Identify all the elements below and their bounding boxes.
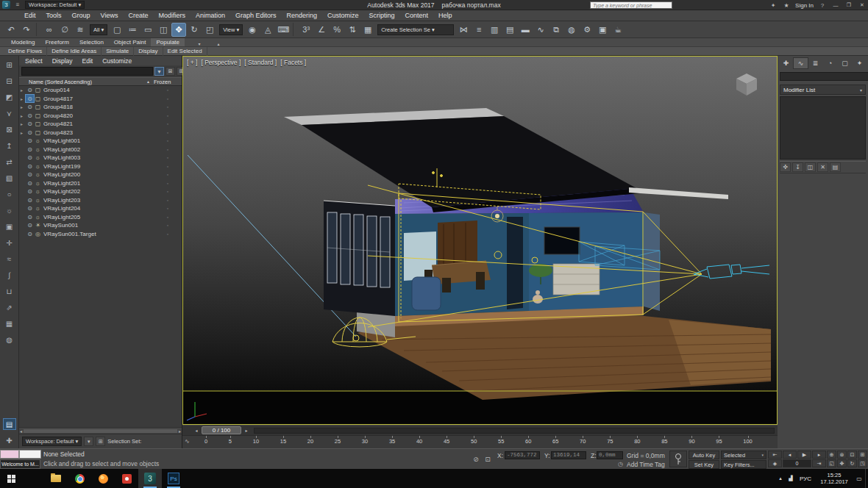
explorer-lock-editing-icon[interactable]: ⊠	[4, 124, 15, 134]
zoom-all-icon[interactable]: ⊛	[837, 451, 847, 459]
frozen-column-header[interactable]: Frozen	[154, 79, 182, 85]
viewport-label-segment[interactable]: [ + ]	[187, 59, 197, 66]
select-and-manipulate-icon[interactable]: ◬	[260, 23, 275, 37]
object-name[interactable]: Group4818	[42, 104, 154, 110]
keyboard-shortcut-override-icon[interactable]: ⌨	[276, 23, 291, 37]
show-end-result-icon[interactable]: ↧	[792, 162, 803, 172]
perspective-viewport[interactable]: [ + ][ Perspective ][ Standard ][ Facets…	[182, 56, 778, 425]
object-name[interactable]: Group014	[42, 87, 154, 93]
chrome-button[interactable]	[68, 469, 91, 488]
named-sets-icon[interactable]: ⊞	[96, 437, 105, 446]
toggle-layer-explorer-icon[interactable]: ▤	[502, 23, 517, 37]
key-filters-button[interactable]: Key Filters...	[721, 460, 766, 469]
frozen-toggle-icon[interactable]: ◦	[154, 96, 182, 101]
select-and-move-icon[interactable]: ✥	[171, 23, 186, 37]
list-item[interactable]: ⊙ ☼ VRayLight199 ◦	[19, 162, 182, 171]
x-coordinate-field[interactable]: -7563,772	[505, 451, 540, 459]
selection-set-dropdown[interactable]: Selected▾	[721, 451, 766, 459]
display-spacewarps-icon[interactable]: ≈	[4, 254, 15, 264]
menu-item[interactable]: Help	[433, 12, 458, 19]
frozen-toggle-icon[interactable]: ◦	[154, 198, 182, 203]
list-item[interactable]: ⊙ ☼ VRayLight203 ◦	[19, 196, 182, 205]
menu-item[interactable]: Tools	[41, 12, 67, 19]
align-icon[interactable]: ≡	[472, 23, 486, 37]
utilities-tab-icon[interactable]: ✦	[853, 58, 867, 68]
rectangular-selection-region-icon[interactable]: ▭	[140, 23, 155, 37]
list-item[interactable]: ⊙ ☼ VRayLight201 ◦	[19, 179, 182, 188]
object-name[interactable]: VRayLight203	[42, 197, 154, 204]
ribbon-options-icon[interactable]: ▾	[195, 41, 204, 46]
visibility-eye-icon[interactable]: ⊙	[26, 179, 34, 187]
go-to-end-icon[interactable]: ⇥	[812, 459, 826, 467]
search-input[interactable]	[590, 1, 672, 9]
frozen-toggle-icon[interactable]: ◦	[154, 206, 182, 211]
communication-center-icon[interactable]: ✦	[769, 2, 778, 9]
zoom-extents-icon[interactable]: ⊡	[847, 451, 857, 459]
menu-item[interactable]: Scripting	[364, 12, 400, 19]
unlink-selection-icon[interactable]: ∅	[57, 23, 72, 37]
frozen-toggle-icon[interactable]: ◦	[154, 189, 182, 194]
scroll-left-icon[interactable]: ◂	[20, 428, 22, 434]
menu-item[interactable]: Group	[67, 12, 96, 19]
visibility-eye-icon[interactable]: ⊙	[26, 95, 34, 102]
pin-stack-icon[interactable]: ✜	[780, 162, 791, 172]
selection-lock-icon[interactable]: ⊡	[483, 454, 493, 464]
explorer-select-invert-icon[interactable]: ◩	[4, 92, 15, 102]
list-item[interactable]: ⊙ ☼ VRayLight200 ◦	[19, 171, 182, 179]
expand-arrow-icon[interactable]: ▸	[19, 104, 26, 110]
list-item[interactable]: ▸ ⊙ ▢ Group4820 ◦	[19, 112, 182, 121]
visibility-eye-icon[interactable]: ⊙	[26, 112, 34, 119]
viewport-label-segment[interactable]: [ Perspective ]	[201, 59, 241, 66]
select-object-icon[interactable]: ▢	[110, 23, 124, 37]
toggle-ribbon-icon[interactable]: ▬	[518, 23, 533, 37]
list-item[interactable]: ⊙ ☀ VRaySun001 ◦	[19, 221, 182, 230]
select-and-rotate-icon[interactable]: ↻	[187, 23, 202, 37]
list-item[interactable]: ⊙ ☼ VRayLight003 ◦	[19, 154, 182, 162]
list-item[interactable]: ▸ ⊙ ▢ Group014 ◦	[19, 86, 182, 95]
ribbon-tool-button[interactable]: Define Flows	[4, 47, 47, 56]
ribbon-tab[interactable]: Modeling	[6, 38, 40, 46]
add-time-tag-button[interactable]: Add Time Tag	[627, 461, 665, 468]
ribbon-tool-button[interactable]: Edit Selected	[163, 47, 207, 56]
object-name[interactable]: VRayLight200	[42, 171, 154, 178]
display-containers-icon[interactable]: ⊔	[4, 286, 15, 296]
bind-to-space-warp-icon[interactable]: ≋	[73, 23, 88, 37]
zoom-region-icon[interactable]: ◱	[827, 459, 836, 467]
track-bar[interactable]: ∿ 05101520253035404550556065707580859095…	[182, 435, 778, 448]
undo-icon[interactable]: ↶	[4, 23, 18, 37]
object-name[interactable]: Group4823	[42, 129, 154, 136]
photoshop-button[interactable]: Ps	[162, 469, 185, 488]
frozen-toggle-icon[interactable]: ◦	[154, 113, 182, 118]
set-key-button[interactable]: Set Key	[689, 460, 719, 469]
object-name-field[interactable]	[780, 72, 868, 81]
viewport-3d-scene[interactable]	[183, 57, 777, 424]
visibility-eye-icon[interactable]: ⊙	[26, 222, 34, 229]
menu-item[interactable]: Graph Editors	[230, 12, 282, 19]
ribbon-collapse-icon[interactable]: ▴	[214, 41, 223, 46]
ribbon-tab[interactable]: Selection	[74, 38, 109, 46]
rendered-frame-icon[interactable]: ▣	[595, 23, 610, 37]
visibility-eye-icon[interactable]: ⊙	[26, 87, 34, 94]
frozen-toggle-icon[interactable]: ◦	[154, 223, 182, 228]
percent-snap-icon[interactable]: %	[330, 23, 344, 37]
network-icon[interactable]: ▟	[786, 476, 796, 481]
display-bones-icon[interactable]: ∫	[4, 270, 15, 280]
language-indicator[interactable]: РУС	[796, 476, 815, 482]
ribbon-tab[interactable]: Populate	[151, 38, 185, 46]
window-close-icon[interactable]: ✕	[858, 2, 867, 8]
visibility-eye-icon[interactable]: ⊙	[26, 121, 34, 128]
modifier-list-dropdown[interactable]: Modifier List ▾	[780, 85, 866, 95]
ribbon-tool-button[interactable]: Simulate	[102, 47, 134, 56]
visibility-eye-icon[interactable]: ⊙	[26, 196, 34, 204]
menu-item[interactable]: Edit	[19, 12, 41, 19]
remove-modifier-icon[interactable]: ✕	[817, 162, 828, 172]
red-app-button[interactable]	[115, 469, 138, 488]
start-button[interactable]	[0, 469, 22, 488]
list-item[interactable]: ⊙ ☼ VRayLight202 ◦	[19, 187, 182, 196]
explorer-menu-item[interactable]: Customize	[99, 57, 138, 65]
visibility-eye-icon[interactable]: ⊙	[26, 137, 34, 145]
firefox-button[interactable]	[91, 469, 115, 488]
frozen-toggle-icon[interactable]: ◦	[154, 155, 182, 160]
select-by-name-icon[interactable]: ≔	[125, 23, 140, 37]
render-production-icon[interactable]: ☕	[611, 23, 625, 37]
